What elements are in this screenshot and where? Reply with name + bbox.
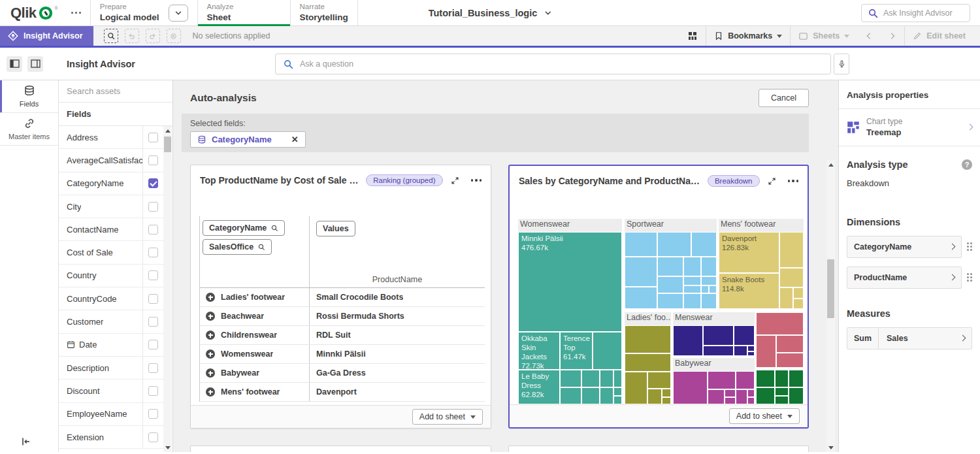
- treemap-cell[interactable]: [736, 371, 755, 389]
- treemap-cell[interactable]: [647, 389, 662, 404]
- treemap-cell[interactable]: [657, 257, 683, 276]
- ask-question-input[interactable]: Ask a question: [275, 54, 831, 74]
- pivot-dim-categoryname[interactable]: CategoryName: [203, 220, 285, 236]
- bookmarks-button[interactable]: Bookmarks: [706, 26, 790, 46]
- expand-plus-icon[interactable]: [206, 331, 215, 340]
- remove-field-icon[interactable]: ✕: [291, 135, 299, 144]
- treemap-cell[interactable]: [775, 370, 789, 387]
- treemap-cell[interactable]: [657, 293, 683, 309]
- field-checkbox[interactable]: [148, 432, 158, 442]
- add-to-sheet-button[interactable]: Add to sheet: [412, 409, 483, 425]
- treemap-cell[interactable]: [625, 325, 671, 353]
- next-chart-card[interactable]: [190, 446, 491, 452]
- nav-analyze[interactable]: Analyze Sheet: [198, 0, 290, 25]
- field-row[interactable]: Discount: [59, 380, 163, 402]
- field-row[interactable]: Cost of Sale: [59, 241, 163, 264]
- field-checkbox[interactable]: [148, 340, 158, 349]
- scrollbar-thumb[interactable]: [164, 137, 171, 152]
- field-checkbox[interactable]: [148, 270, 158, 280]
- measure-row-sales[interactable]: Sum Sales: [847, 327, 972, 349]
- treemap-cell[interactable]: [747, 351, 755, 356]
- field-row[interactable]: AverageCallSatisfac...: [59, 149, 163, 172]
- field-checkbox[interactable]: [148, 317, 158, 327]
- treemap-cell[interactable]: Minnki Pälsii476.67k: [518, 232, 622, 332]
- category-cell[interactable]: Beachwear: [200, 307, 310, 325]
- field-checkbox[interactable]: [148, 386, 158, 396]
- cancel-button[interactable]: Cancel: [759, 89, 809, 107]
- category-cell[interactable]: Womenswear: [200, 345, 310, 363]
- treemap-cell[interactable]: [779, 232, 804, 268]
- category-cell[interactable]: Childrenswear: [200, 326, 310, 344]
- field-checkbox[interactable]: [148, 294, 158, 304]
- treemap-cell[interactable]: [625, 287, 657, 309]
- treemap-cell[interactable]: [756, 312, 804, 335]
- field-row[interactable]: Customer: [59, 310, 163, 333]
- table-row[interactable]: Mens' footwearDavenport: [200, 383, 485, 402]
- expand-chart-button[interactable]: [766, 176, 777, 187]
- search-assets-input[interactable]: Search assets: [59, 80, 172, 103]
- treemap-cell[interactable]: [683, 285, 701, 293]
- treemap-cell[interactable]: [736, 389, 747, 404]
- treemap-cell[interactable]: [600, 370, 613, 387]
- prepare-dropdown-button[interactable]: [169, 5, 188, 22]
- field-row[interactable]: CategoryName: [59, 172, 163, 195]
- treemap-cell[interactable]: [662, 397, 671, 404]
- pivot-dim-salesoffice[interactable]: SalesOffice: [203, 239, 272, 255]
- add-to-sheet-button[interactable]: Add to sheet: [729, 408, 800, 424]
- treemap-cell[interactable]: [756, 335, 776, 368]
- sheet-overview-button[interactable]: [679, 26, 706, 46]
- treemap-chart-card[interactable]: Sales by CategoryName and ProductName Br…: [508, 165, 809, 429]
- expand-chart-button[interactable]: [449, 175, 461, 186]
- treemap-cell[interactable]: [701, 257, 717, 276]
- treemap-cell[interactable]: [756, 387, 775, 404]
- treemap-cell[interactable]: [613, 370, 622, 387]
- expand-plus-icon[interactable]: [206, 349, 215, 359]
- treemap-cell[interactable]: [703, 325, 734, 346]
- table-row[interactable]: ChildrenswearRDL Suit: [200, 326, 485, 345]
- treemap-cell[interactable]: [734, 325, 755, 346]
- tab-master-items[interactable]: Master items: [0, 113, 58, 146]
- treemap-cell[interactable]: [708, 371, 736, 389]
- ask-insight-advisor-search[interactable]: Ask Insight Advisor: [861, 4, 970, 22]
- treemap-cell[interactable]: [775, 387, 789, 396]
- treemap-cell[interactable]: [779, 268, 804, 287]
- treemap-cell[interactable]: [793, 299, 804, 309]
- next-chart-card[interactable]: [508, 446, 809, 452]
- treemap-chart[interactable]: WomenswearMinnki Pälsii476.67kOkkaba Ski…: [518, 219, 804, 404]
- insight-advisor-toggle[interactable]: Insight Advisor: [0, 26, 93, 46]
- field-row[interactable]: CountryCode: [59, 287, 163, 310]
- toggle-right-panel-button[interactable]: [27, 56, 43, 72]
- drag-handle-icon[interactable]: [967, 273, 972, 282]
- treemap-cell[interactable]: [703, 346, 734, 356]
- toggle-left-panel-button[interactable]: [7, 56, 22, 72]
- scroll-down-arrow[interactable]: [826, 443, 835, 452]
- treemap-cell[interactable]: [581, 370, 600, 387]
- field-checkbox[interactable]: [148, 363, 158, 373]
- field-row[interactable]: Extension: [59, 426, 163, 449]
- clear-selections-button[interactable]: [167, 29, 181, 43]
- treemap-cell[interactable]: [725, 389, 736, 397]
- treemap-cell[interactable]: [747, 346, 755, 351]
- scroll-up-arrow[interactable]: [826, 160, 835, 169]
- treemap-cell[interactable]: [683, 276, 701, 285]
- nav-narrate[interactable]: Narrate Storytelling: [291, 0, 357, 25]
- treemap-cell[interactable]: [701, 293, 717, 309]
- treemap-cell[interactable]: [756, 370, 775, 387]
- previous-sheet-button[interactable]: [857, 26, 881, 46]
- expand-plus-icon[interactable]: [206, 293, 215, 302]
- field-checkbox[interactable]: [148, 178, 158, 188]
- edit-sheet-button[interactable]: Edit sheet: [905, 26, 973, 46]
- treemap-cell[interactable]: [657, 276, 683, 293]
- treemap-cell[interactable]: Snake Boots114.8k: [719, 273, 779, 309]
- treemap-cell[interactable]: [662, 389, 671, 397]
- treemap-cell[interactable]: [789, 387, 804, 404]
- treemap-cell[interactable]: [625, 353, 671, 372]
- treemap-cell[interactable]: [691, 232, 717, 257]
- category-cell[interactable]: Ladies' footwear: [200, 288, 310, 306]
- treemap-cell[interactable]: [776, 335, 804, 353]
- treemap-cell[interactable]: [647, 372, 671, 389]
- field-checkbox[interactable]: [148, 409, 158, 419]
- treemap-cell[interactable]: [747, 397, 755, 404]
- expand-plus-icon[interactable]: [206, 312, 215, 321]
- chart-more-menu-button[interactable]: [787, 178, 800, 184]
